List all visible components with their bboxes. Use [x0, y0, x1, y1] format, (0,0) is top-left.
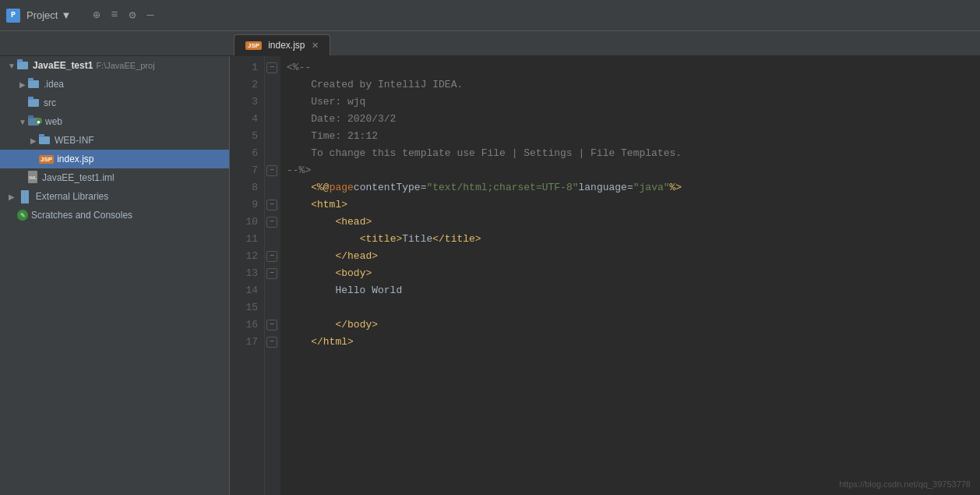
- project-label[interactable]: Project: [26, 9, 58, 21]
- line-num-16: 16: [230, 316, 258, 334]
- tab-bar: JSP index.jsp ✕: [0, 31, 980, 56]
- scratches-label: Scratches and Consoles: [31, 210, 132, 221]
- gutter-10[interactable]: −: [265, 214, 280, 231]
- gutter-17[interactable]: −: [265, 334, 280, 351]
- sidebar-item-idea[interactable]: ▶ .idea: [0, 75, 229, 94]
- settings-icon[interactable]: ⚙: [129, 8, 136, 23]
- ext-lib-icon: ▐▌: [17, 190, 33, 203]
- fold-icon-10[interactable]: −: [266, 217, 277, 228]
- index-jsp-label: index.jsp: [57, 154, 93, 164]
- fold-icon-9[interactable]: −: [266, 200, 277, 210]
- line-num-17: 17: [230, 334, 258, 351]
- gutter-5: [265, 128, 280, 145]
- gutter-15: [265, 299, 280, 316]
- sidebar-item-scratches[interactable]: ▶ ✎ Scratches and Consoles: [0, 206, 229, 225]
- code-line-3: User: wjq: [280, 94, 980, 111]
- sidebar-item-project-root[interactable]: ▼ JavaEE_test1 F:\JavaEE_proj: [0, 56, 229, 75]
- sidebar-item-src[interactable]: ▶ src: [0, 94, 229, 112]
- fold-icon-12[interactable]: −: [266, 251, 277, 262]
- code-line-4: Date: 2020/3/2: [280, 111, 980, 128]
- webinf-folder-icon: [39, 134, 51, 145]
- token: <head>: [335, 214, 372, 231]
- arrow-icon: ▶: [28, 136, 39, 145]
- svg-text:IML: IML: [29, 175, 37, 180]
- gutter-9[interactable]: −: [265, 196, 280, 214]
- arrow-icon: ▶: [6, 211, 17, 220]
- line-num-6: 6: [230, 145, 258, 162]
- arrow-icon: ▶: [28, 155, 39, 164]
- token: [287, 316, 335, 334]
- token: <%--: [287, 59, 311, 76]
- idea-label: .idea: [44, 79, 64, 90]
- title-bar: P Project ▼ ⊕ ≡ ⚙ —: [0, 0, 980, 31]
- token: --%>: [287, 162, 311, 179]
- code-line-15: [280, 299, 980, 316]
- line-num-15: 15: [230, 299, 258, 316]
- sidebar-item-ext-lib[interactable]: ▶ ▐▌ External Libraries: [0, 187, 229, 206]
- fold-icon-13[interactable]: −: [266, 268, 277, 279]
- fold-icon-17[interactable]: −: [266, 337, 277, 348]
- code-area[interactable]: 1 2 3 4 5 6 7 8 9 10 11 12 13 14 15 16 1…: [230, 56, 980, 495]
- ext-lib-label: External Libraries: [36, 191, 108, 202]
- arrow-icon: ▶: [6, 193, 17, 201]
- arrow-icon: ▼: [17, 118, 28, 126]
- fold-icon-16[interactable]: −: [266, 320, 277, 331]
- sidebar-item-web[interactable]: ▼ ● web: [0, 112, 229, 131]
- src-folder-icon: [28, 97, 41, 108]
- token: <html>: [311, 196, 347, 214]
- tab-close-button[interactable]: ✕: [312, 41, 319, 51]
- jsp-badge: JSP: [245, 41, 262, 50]
- line-num-11: 11: [230, 231, 258, 248]
- line-num-14: 14: [230, 282, 258, 299]
- minimize-icon[interactable]: —: [146, 9, 153, 22]
- gutter-12[interactable]: −: [265, 248, 280, 265]
- code-line-14: Hello World: [280, 282, 980, 299]
- code-line-2: Created by IntelliJ IDEA.: [280, 76, 980, 94]
- web-folder-icon: ●: [28, 115, 42, 126]
- project-folder-icon: [17, 59, 30, 70]
- svg-rect-11: [39, 134, 44, 137]
- project-name: JavaEE_test1: [33, 60, 93, 71]
- iml-label: JavaEE_test1.iml: [42, 172, 115, 183]
- tab-index-jsp[interactable]: JSP index.jsp ✕: [234, 34, 330, 55]
- code-line-11: <title>Title</title>: [280, 231, 980, 248]
- gutter-2: [265, 76, 280, 94]
- token: Time: 21:12: [287, 128, 378, 145]
- line-num-13: 13: [230, 265, 258, 282]
- line-numbers: 1 2 3 4 5 6 7 8 9 10 11 12 13 14 15 16 1…: [230, 56, 265, 495]
- sidebar-item-index-jsp[interactable]: ▶ JSP index.jsp: [0, 150, 229, 168]
- gutter-6: [265, 145, 280, 162]
- sidebar-item-iml[interactable]: ▶ IML JavaEE_test1.iml: [0, 168, 229, 187]
- code-line-9: <html>: [280, 196, 980, 214]
- svg-text:●: ●: [37, 118, 41, 126]
- token: To change this template use File | Setti…: [287, 145, 682, 162]
- token: %>: [670, 179, 682, 196]
- token: "text/html;charset=UTF-8": [426, 179, 578, 196]
- gutter-16[interactable]: −: [265, 316, 280, 334]
- line-num-3: 3: [230, 94, 258, 111]
- title-bar-icons: ⊕ ≡ ⚙ —: [93, 8, 153, 23]
- gutter-7[interactable]: −: [265, 162, 280, 179]
- bookmarks-icon[interactable]: ≡: [111, 9, 118, 22]
- code-content[interactable]: <%-- Created by IntelliJ IDEA. User: wjq…: [280, 56, 980, 495]
- gutter-14: [265, 282, 280, 299]
- token: [287, 214, 335, 231]
- dropdown-arrow[interactable]: ▼: [61, 9, 71, 21]
- fold-icon-1[interactable]: −: [266, 62, 277, 73]
- navigate-icon[interactable]: ⊕: [93, 8, 100, 23]
- arrow-icon: ▼: [6, 62, 17, 70]
- gutter-1[interactable]: −: [265, 59, 280, 76]
- gutter-13[interactable]: −: [265, 265, 280, 282]
- line-num-8: 8: [230, 179, 258, 196]
- code-editor: 1 2 3 4 5 6 7 8 9 10 11 12 13 14 15 16 1…: [230, 56, 980, 495]
- sidebar-item-web-inf[interactable]: ▶ WEB-INF: [0, 131, 229, 150]
- token: language=: [579, 179, 633, 196]
- gutter-4: [265, 111, 280, 128]
- src-label: src: [44, 97, 56, 108]
- svg-rect-7: [28, 115, 33, 118]
- fold-icon-7[interactable]: −: [266, 165, 277, 176]
- svg-rect-4: [28, 99, 39, 107]
- watermark: https://blog.csdn.net/qq_39753778: [839, 479, 971, 489]
- web-label: web: [45, 116, 62, 127]
- code-line-6: To change this template use File | Setti…: [280, 145, 980, 162]
